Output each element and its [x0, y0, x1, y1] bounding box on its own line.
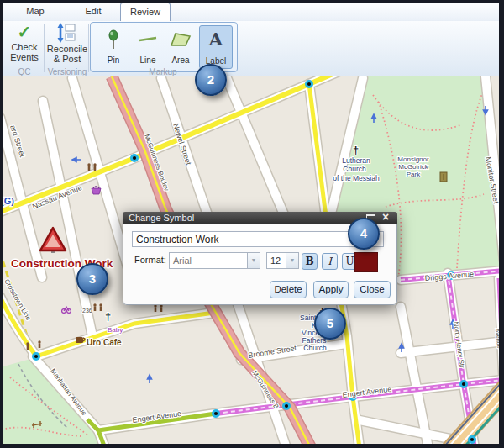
line-tool-label: Line	[132, 55, 164, 65]
area-tool-button[interactable]: Area	[165, 25, 197, 67]
dialog-title: Change Symbol	[129, 213, 194, 223]
close-button[interactable]: Close	[354, 281, 391, 298]
poi-label: Church	[343, 165, 366, 173]
font-size-dropdown-arrow[interactable]: ▼	[286, 252, 299, 269]
callout-badge-2: 2	[195, 64, 227, 96]
callout-badge-4: 4	[348, 218, 380, 250]
label-tool-button-selected[interactable]: A Label	[199, 25, 233, 69]
callout-badge-3: 3	[76, 263, 108, 295]
group-label-qc: QC	[7, 67, 42, 76]
reconcile-icon	[57, 23, 77, 43]
park-label: Park	[407, 171, 421, 178]
close-icon[interactable]: ×	[381, 211, 391, 224]
poi-label: Lutheran	[342, 156, 370, 165]
ribbon-divider	[88, 24, 89, 72]
check-events-label-1: Check	[11, 42, 37, 52]
tab-map[interactable]: Map	[15, 3, 55, 20]
pin-icon	[104, 29, 123, 52]
pin-tool-label: Pin	[97, 55, 129, 65]
area-tool-label: Area	[165, 55, 197, 65]
font-family-select[interactable]: Arial	[169, 252, 248, 269]
subway-line-label: (G)	[3, 196, 14, 206]
event-dot	[130, 154, 139, 162]
event-dot	[32, 352, 40, 361]
format-label: Format:	[134, 255, 166, 265]
event-dot	[305, 80, 313, 88]
event-dot	[212, 409, 220, 418]
ribbon: ✓ Check Events QC Reconcile & Post Versi…	[3, 21, 499, 77]
check-events-label-2: Events	[10, 52, 39, 62]
reconcile-label-2: & Post	[54, 54, 81, 64]
group-label-versioning: Versioning	[45, 67, 89, 76]
italic-button[interactable]: I	[322, 253, 338, 270]
line-tool-button[interactable]: Line	[132, 25, 164, 67]
church-cross-icon: †	[353, 144, 359, 156]
poi-label: Baby	[108, 326, 123, 334]
poi-label: Uro Cafe	[87, 338, 122, 347]
label-A-icon: A	[200, 29, 232, 50]
line-icon	[137, 29, 159, 52]
symbol-text-input[interactable]	[132, 231, 384, 247]
callout-badge-5: 5	[314, 308, 346, 340]
poi-label: of the Messiah	[333, 174, 380, 182]
reconcile-label-1: Reconcile	[47, 44, 87, 54]
delete-button[interactable]: Delete	[270, 281, 307, 298]
park-label: Monsignor	[397, 155, 429, 163]
poi-label: Church	[303, 344, 327, 352]
apply-button[interactable]: Apply	[313, 281, 349, 298]
bold-button[interactable]: B	[302, 253, 318, 270]
check-events-button[interactable]: ✓ Check Events	[7, 23, 42, 62]
ribbon-divider	[44, 24, 45, 72]
pin-tool-button[interactable]: Pin	[97, 25, 129, 67]
reconcile-post-button[interactable]: Reconcile & Post	[45, 23, 89, 64]
tab-review[interactable]: Review	[120, 3, 171, 21]
ribbon-tabstrip: Map Edit Review	[3, 3, 499, 22]
event-dot	[282, 402, 291, 410]
house-number-label: 236	[82, 308, 92, 314]
park-monument-icon	[440, 172, 447, 182]
area-icon	[168, 29, 193, 52]
check-icon: ✓	[7, 23, 42, 41]
app-window: Map Edit Review ✓ Check Events QC Reconc…	[0, 0, 504, 448]
font-color-swatch[interactable]	[354, 252, 378, 272]
event-dot	[468, 435, 476, 444]
church-cross-icon: †	[105, 310, 111, 323]
font-size-select[interactable]: 12	[266, 252, 286, 269]
font-family-dropdown-arrow[interactable]: ▼	[247, 252, 260, 269]
park-label: McGolrick	[398, 163, 429, 171]
event-dot	[459, 380, 468, 388]
tab-edit[interactable]: Edit	[76, 3, 111, 20]
